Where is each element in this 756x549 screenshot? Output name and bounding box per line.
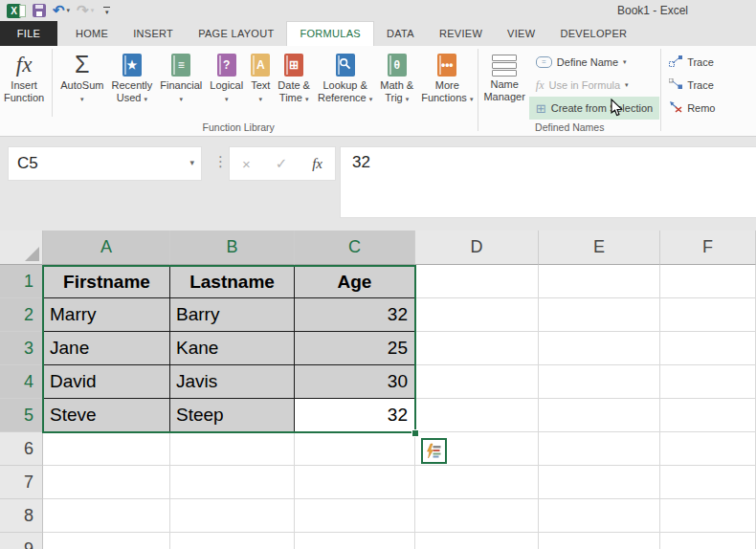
cell-B5[interactable]: Steep <box>170 399 295 432</box>
insert-function-button[interactable]: fx InsertFunction <box>0 46 48 121</box>
autosum-button[interactable]: ΣAutoSum▾ <box>56 46 107 121</box>
cell-A2[interactable]: Marry <box>43 298 170 332</box>
cell-B6[interactable] <box>170 432 295 466</box>
more-functions-button[interactable]: •••MoreFunctions ▾ <box>417 46 477 121</box>
cell-C9[interactable] <box>295 533 415 549</box>
row-header-2[interactable]: 2 <box>0 298 43 332</box>
cell-A6[interactable] <box>43 432 170 466</box>
cell-B2[interactable]: Barry <box>170 298 295 332</box>
column-header-A[interactable]: A <box>43 231 170 265</box>
financial-button[interactable]: ≡Financial▾ <box>156 46 206 121</box>
name-box-dropdown-icon[interactable]: ▾ <box>189 147 194 179</box>
customize-quick-access-toolbar-button[interactable]: ▾ <box>103 7 110 14</box>
define-name-button[interactable]: =Define Name▾ <box>529 51 659 74</box>
row-header-7[interactable]: 7 <box>0 466 43 499</box>
cell-B4[interactable]: Javis <box>170 365 295 399</box>
cell-C6[interactable] <box>295 432 415 466</box>
cell-A7[interactable] <box>43 466 170 499</box>
cell-B1[interactable]: Lastname <box>170 265 295 298</box>
cell-F2[interactable] <box>660 298 756 332</box>
cell-A5[interactable]: Steve <box>43 399 170 432</box>
cell-E6[interactable] <box>539 432 660 466</box>
cell-C8[interactable] <box>295 499 415 533</box>
tab-developer[interactable]: DEVELOPER <box>547 21 639 46</box>
tab-home[interactable]: HOME <box>63 21 121 46</box>
cell-F6[interactable] <box>660 432 756 466</box>
cell-F8[interactable] <box>660 499 756 533</box>
cell-D3[interactable] <box>415 332 539 365</box>
row-header-1[interactable]: 1 <box>0 265 43 298</box>
text-button[interactable]: AText▾ <box>247 46 274 121</box>
tab-page-layout[interactable]: PAGE LAYOUT <box>186 21 286 46</box>
recently-used-button[interactable]: ★RecentlyUsed ▾ <box>107 46 156 121</box>
cell-C5[interactable]: 32 <box>295 399 415 432</box>
row-header-8[interactable]: 8 <box>0 499 43 533</box>
cancel-icon[interactable]: × <box>242 156 251 172</box>
cell-D5[interactable] <box>415 399 539 432</box>
cell-C1[interactable]: Age <box>295 265 415 298</box>
trace-precedents-button[interactable]: Trace <box>662 51 722 74</box>
cell-A9[interactable] <box>43 533 170 549</box>
cell-D1[interactable] <box>415 265 539 298</box>
cell-B9[interactable] <box>170 533 295 549</box>
tab-formulas[interactable]: FORMULAS <box>286 21 374 46</box>
cell-E8[interactable] <box>539 499 660 533</box>
trace-dependents-button[interactable]: Trace <box>662 74 722 97</box>
row-header-5[interactable]: 5 <box>0 399 43 432</box>
column-header-B[interactable]: B <box>170 231 295 265</box>
cell-A8[interactable] <box>43 499 170 533</box>
formula-bar-splitter[interactable]: ⋮ <box>213 153 228 170</box>
row-header-3[interactable]: 3 <box>0 332 43 365</box>
undo-button[interactable]: ↶ <box>53 3 65 18</box>
lookup-reference-button[interactable]: Lookup &Reference ▾ <box>314 46 376 121</box>
cell-C2[interactable]: 32 <box>295 298 415 332</box>
cell-F3[interactable] <box>660 332 756 365</box>
cell-D7[interactable] <box>415 466 539 499</box>
cell-D9[interactable] <box>415 533 539 549</box>
undo-dropdown-icon[interactable]: ▾ <box>67 7 71 14</box>
cell-E4[interactable] <box>539 365 660 399</box>
save-button[interactable] <box>33 4 46 17</box>
cell-F4[interactable] <box>660 365 756 399</box>
tab-insert[interactable]: INSERT <box>121 21 186 46</box>
cell-D4[interactable] <box>415 365 539 399</box>
cell-C7[interactable] <box>295 466 415 499</box>
cell-F1[interactable] <box>660 265 756 298</box>
name-manager-button[interactable]: NameManager <box>479 46 528 121</box>
column-header-C[interactable]: C <box>295 231 415 265</box>
create-from-selection-button[interactable]: ⊞Create from Selection <box>529 97 659 120</box>
cell-F9[interactable] <box>660 533 756 549</box>
cell-E9[interactable] <box>539 533 660 549</box>
cell-F7[interactable] <box>660 466 756 499</box>
row-header-6[interactable]: 6 <box>0 432 43 466</box>
tab-data[interactable]: DATA <box>374 21 427 46</box>
tab-review[interactable]: REVIEW <box>427 21 495 46</box>
cell-C3[interactable]: 25 <box>295 332 415 365</box>
cell-D8[interactable] <box>415 499 539 533</box>
cell-E7[interactable] <box>539 466 660 499</box>
remove-arrows-button[interactable]: Remo <box>662 97 722 120</box>
column-header-D[interactable]: D <box>415 231 539 265</box>
cell-A1[interactable]: Firstname <box>43 265 170 298</box>
row-header-4[interactable]: 4 <box>0 365 43 399</box>
fill-handle[interactable] <box>411 429 419 437</box>
logical-button[interactable]: ?Logical▾ <box>206 46 247 121</box>
cell-E2[interactable] <box>539 298 660 332</box>
formula-input[interactable]: 32 <box>340 146 756 218</box>
cell-E3[interactable] <box>539 332 660 365</box>
column-header-E[interactable]: E <box>539 231 660 265</box>
cell-C4[interactable]: 30 <box>295 365 415 399</box>
cell-D2[interactable] <box>415 298 539 332</box>
cell-F5[interactable] <box>660 399 756 432</box>
cell-B7[interactable] <box>170 466 295 499</box>
tab-file[interactable]: FILE <box>0 21 57 46</box>
select-all-button[interactable] <box>0 231 43 265</box>
cell-B3[interactable]: Kane <box>170 332 295 365</box>
enter-icon[interactable]: ✓ <box>276 155 288 172</box>
name-box[interactable]: C5▾ <box>8 146 202 181</box>
insert-function-fx-icon[interactable]: fx <box>312 156 322 172</box>
tab-view[interactable]: VIEW <box>495 21 547 46</box>
cell-E1[interactable] <box>539 265 660 298</box>
column-header-F[interactable]: F <box>660 231 756 265</box>
cell-A4[interactable]: David <box>43 365 170 399</box>
